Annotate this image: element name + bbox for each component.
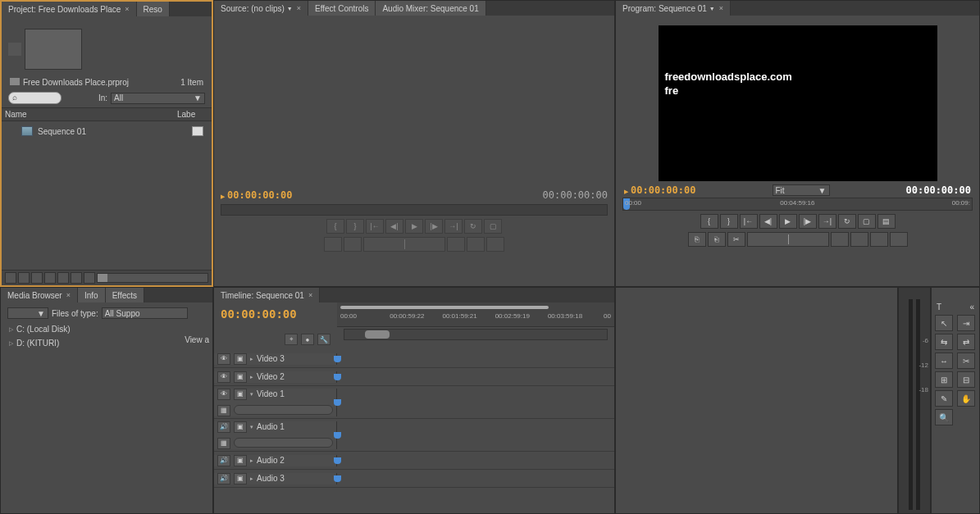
source-tc-in[interactable]: 00:00:00:00	[227, 189, 292, 201]
overwrite-btn[interactable]	[467, 237, 485, 252]
step-fwd-btn[interactable]: |▶	[799, 214, 817, 229]
ripple-tool[interactable]: ⇆	[935, 334, 953, 350]
keyframe-icon[interactable]: ▦	[217, 438, 230, 449]
speaker-icon[interactable]: 🔊	[217, 473, 230, 484]
keyframe-icon[interactable]: ▦	[217, 405, 230, 416]
tools-tab-label[interactable]: T	[937, 302, 941, 312]
loop-btn[interactable]: ↻	[838, 214, 856, 229]
lock-icon[interactable]: ▣	[234, 371, 247, 383]
loop-btn[interactable]: ↻	[464, 219, 482, 234]
label-swatch[interactable]	[192, 126, 203, 136]
speaker-icon[interactable]: 🔊	[217, 455, 230, 466]
triangle-right-icon[interactable]: ▸	[250, 457, 253, 464]
timeline-ruler[interactable]: 00:00 00:00:59:22 00:01:59:21 00:02:59:1…	[337, 302, 614, 327]
file-type-select[interactable]: All Suppo	[102, 307, 188, 319]
triangle-right-icon[interactable]: ▸	[250, 475, 253, 482]
pen-tool[interactable]: ✎	[935, 390, 953, 407]
track-head-video-1[interactable]: 👁 ▣ ▾ Video 1 ▦	[214, 389, 337, 416]
audio-mixer-tab[interactable]: Audio Mixer: Sequence 01	[376, 1, 485, 16]
effects-tab[interactable]: Effects	[106, 288, 144, 302]
slide-tool[interactable]: ⊟	[957, 371, 975, 388]
out-btn[interactable]: }	[720, 214, 738, 229]
program-monitor[interactable]: freedownloadsplace.com fre	[659, 25, 937, 181]
play-btn[interactable]: ▶	[779, 214, 797, 229]
eye-icon[interactable]: 👁	[217, 371, 230, 383]
close-icon[interactable]: ×	[308, 291, 312, 299]
recent-select[interactable]: ▼	[7, 307, 48, 319]
jog-wheel[interactable]	[747, 232, 829, 247]
zoom-tool[interactable]: 🔍	[935, 409, 953, 425]
zoom-bar[interactable]	[344, 329, 608, 340]
auto-seq-icon[interactable]	[31, 272, 43, 284]
insert-btn[interactable]	[447, 237, 465, 252]
track-head-video-2[interactable]: 👁 ▣ ▸ Video 2	[214, 371, 337, 383]
new-item-icon[interactable]	[71, 272, 82, 284]
play-btn[interactable]: ▶	[405, 219, 423, 234]
rate-stretch-tool[interactable]: ↔	[935, 353, 953, 369]
info-tab[interactable]: Info	[78, 288, 106, 302]
slip-tool[interactable]: ⊞	[935, 371, 953, 388]
goto-in-btn[interactable]: |←	[366, 219, 384, 234]
program-tab[interactable]: Program: Sequence 01▼×	[616, 1, 731, 16]
jog-wheel[interactable]	[363, 237, 445, 252]
track-select-tool[interactable]: ⇥	[957, 315, 975, 331]
razor-tool[interactable]: ✂	[957, 353, 975, 369]
wrench-btn[interactable]: 🔧	[317, 334, 330, 345]
program-ruler[interactable]: 00:00 00:04:59:16 00:09:	[622, 198, 973, 211]
h-scrollbar[interactable]	[97, 273, 208, 283]
fx-slot[interactable]	[234, 405, 333, 415]
hand-tool[interactable]: ✋	[957, 390, 975, 407]
work-area-bar[interactable]	[340, 306, 549, 309]
speaker-icon[interactable]: 🔊	[217, 421, 230, 433]
bin-item[interactable]: Sequence 01	[2, 121, 212, 141]
track-head-audio-1[interactable]: 🔊 ▣ ▾ Audio 1 ▦	[214, 421, 337, 449]
drive-item[interactable]: ▷D: (KITURI)	[7, 336, 206, 350]
col-name-header[interactable]: Name	[5, 110, 177, 119]
goto-in-btn[interactable]: |←	[740, 214, 758, 229]
zoom-select[interactable]: Fit▼	[773, 184, 830, 196]
in-btn[interactable]: {	[700, 214, 718, 229]
track-head-video-3[interactable]: 👁 ▣ ▸ Video 3	[214, 353, 337, 365]
snap-btn[interactable]: ⌖	[285, 334, 298, 345]
trim-btn[interactable]: ✂	[727, 232, 745, 247]
safe-btn[interactable]: ▢	[484, 219, 502, 234]
col-label-header[interactable]: Labe	[177, 110, 208, 119]
source-monitor[interactable]	[214, 16, 614, 188]
lock-icon[interactable]: ▣	[234, 455, 247, 466]
find-icon[interactable]	[44, 272, 56, 284]
chevron-down-icon[interactable]: ▼	[709, 6, 715, 11]
resource-tab[interactable]: Reso	[137, 2, 170, 16]
source-scrubber[interactable]	[221, 204, 608, 216]
project-tab[interactable]: Project: Free Downloads Place ×	[2, 2, 137, 16]
extract-btn[interactable]: ⎗	[708, 232, 726, 247]
close-icon[interactable]: ×	[125, 5, 129, 13]
close-icon[interactable]: ×	[719, 4, 723, 12]
goto-out-btn[interactable]: →|	[444, 219, 463, 234]
lock-icon[interactable]: ▣	[234, 389, 247, 400]
media-browser-tab[interactable]: Media Browser×	[1, 288, 78, 302]
lock-icon[interactable]: ▣	[234, 421, 247, 433]
chevron-icon[interactable]: «	[969, 302, 974, 312]
btn-d[interactable]	[890, 232, 908, 247]
step-back-btn[interactable]: ◀|	[759, 214, 777, 229]
jog2[interactable]	[344, 237, 362, 252]
track-head-audio-3[interactable]: 🔊 ▣ ▸ Audio 3	[214, 473, 337, 484]
export-frame-btn[interactable]	[486, 237, 504, 252]
chevron-down-icon[interactable]: ▼	[287, 6, 293, 11]
in-btn[interactable]: {	[326, 219, 344, 234]
marker-btn[interactable]: ●	[301, 334, 314, 345]
triangle-right-icon[interactable]: ▸	[250, 356, 253, 362]
btn-a[interactable]	[831, 232, 849, 247]
triangle-down-icon[interactable]: ▾	[250, 391, 253, 398]
triangle-down-icon[interactable]: ▾	[250, 424, 253, 430]
rolling-tool[interactable]: ⇄	[957, 334, 975, 350]
program-tc-in[interactable]: 00:00:00:00	[631, 184, 695, 196]
source-tab[interactable]: Source: (no clips)▼×	[214, 1, 308, 16]
in-select[interactable]: All▼	[111, 93, 205, 104]
search-input[interactable]: ⌕	[8, 92, 62, 104]
close-icon[interactable]: ×	[66, 291, 71, 299]
safe-btn[interactable]: ▢	[858, 214, 876, 229]
track-head-audio-2[interactable]: 🔊 ▣ ▸ Audio 2	[214, 455, 337, 466]
jog1[interactable]	[324, 237, 342, 252]
drive-item[interactable]: ▷C: (Local Disk)	[7, 322, 206, 336]
